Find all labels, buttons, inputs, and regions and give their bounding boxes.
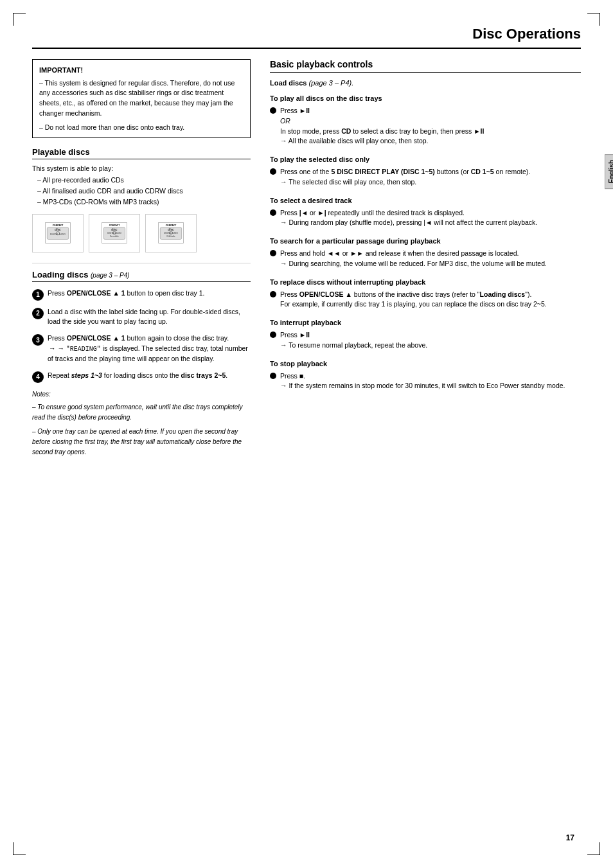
english-tab: English bbox=[605, 154, 613, 189]
section-play-selected: To play the selected disc only Press one… bbox=[270, 155, 581, 188]
section-play-all-title: To play all discs on the disc trays bbox=[270, 94, 581, 102]
bullet-circle bbox=[270, 209, 276, 216]
step-4: 4 Repeat steps 1~3 for loading discs ont… bbox=[32, 371, 251, 383]
step-num-1: 1 bbox=[32, 289, 44, 301]
stop-arrow: → If the system remains in stop mode for… bbox=[280, 382, 565, 389]
important-box: IMPORTANT! – This system is designed for… bbox=[32, 59, 251, 138]
two-col-layout: IMPORTANT! – This system is designed for… bbox=[32, 59, 581, 457]
disc-svg-2: COMPACT disc DIGITAL AUDIO Recordable bbox=[102, 222, 127, 244]
search-passage-arrow: → During searching, the volume will be r… bbox=[280, 260, 547, 267]
page-number: 17 bbox=[566, 833, 574, 842]
disc-image-2: COMPACT disc DIGITAL AUDIO Recordable bbox=[89, 214, 140, 252]
playable-discs-title: Playable discs bbox=[32, 147, 251, 159]
note-1: – To ensure good system performance, wai… bbox=[32, 402, 251, 423]
bullet-play-all: Press ►II OR In stop mode, press CD to s… bbox=[270, 106, 581, 146]
important-line-1: – This system is designed for regular di… bbox=[39, 78, 244, 119]
loading-discs-section: Loading discs (page 3 – P4) 1 Press OPEN… bbox=[32, 270, 251, 457]
playable-item: MP3-CDs (CD-ROMs with MP3 tracks) bbox=[37, 197, 251, 208]
bullet-circle bbox=[270, 332, 276, 338]
section-select-track: To select a desired track Press |◄ or ►|… bbox=[270, 197, 581, 229]
section-replace-discs: To replace discs without interrupting pl… bbox=[270, 278, 581, 310]
important-line-2: – Do not load more than one disc onto ea… bbox=[39, 123, 244, 133]
section-stop: To stop playback Press ■. → If the syste… bbox=[270, 360, 581, 392]
svg-text:disc: disc bbox=[168, 228, 174, 231]
svg-text:COMPACT: COMPACT bbox=[109, 225, 120, 227]
svg-text:disc: disc bbox=[111, 228, 118, 231]
basic-playback-title: Basic playback controls bbox=[270, 59, 581, 73]
corner-tr bbox=[587, 13, 600, 26]
svg-text:disc: disc bbox=[55, 228, 61, 231]
notes-box: Notes: – To ensure good system performan… bbox=[32, 389, 251, 457]
notes-title: Notes: bbox=[32, 389, 251, 400]
playable-discs-section: Playable discs This system is able to pl… bbox=[32, 147, 251, 252]
svg-text:DIGITAL AUDIO: DIGITAL AUDIO bbox=[50, 233, 66, 236]
corner-bl bbox=[13, 842, 26, 855]
interrupt-arrow: → To resume normal playback, repeat the … bbox=[280, 341, 427, 349]
play-all-arrow: → All the available discs will play once… bbox=[280, 137, 429, 145]
bullet-play-selected-content: Press one of the 5 DISC DIRECT PLAY (DIS… bbox=[280, 167, 581, 188]
svg-text:COMPACT: COMPACT bbox=[53, 225, 64, 227]
select-track-arrow: → During random play (shuffle mode), pre… bbox=[280, 218, 537, 226]
load-discs-ref: Load discs (page 3 – P4). bbox=[270, 79, 581, 87]
disc-images-row: COMPACT disc DIGITAL AUDIO bbox=[32, 214, 251, 252]
divider-1 bbox=[32, 263, 251, 263]
section-stop-title: To stop playback bbox=[270, 360, 581, 368]
step3-arrow: → "READING" is displayed. The selected d… bbox=[48, 344, 248, 362]
step-content-1: Press OPEN/CLOSE ▲ 1 button to open disc… bbox=[48, 288, 251, 299]
play-selected-arrow: → The selected disc will play once, then… bbox=[280, 178, 416, 186]
step-2: 2 Load a disc with the label side facing… bbox=[32, 307, 251, 328]
svg-text:COMPACT: COMPACT bbox=[166, 225, 177, 227]
section-play-selected-title: To play the selected disc only bbox=[270, 155, 581, 163]
section-select-track-title: To select a desired track bbox=[270, 197, 581, 204]
step-content-3: Press OPEN/CLOSE ▲ 1 button again to clo… bbox=[48, 333, 251, 364]
step-content-2: Load a disc with the label side facing u… bbox=[48, 307, 251, 328]
bullet-play-selected: Press one of the 5 DISC DIRECT PLAY (DIS… bbox=[270, 167, 581, 188]
bullet-circle bbox=[270, 107, 276, 114]
disc-image-1: COMPACT disc DIGITAL AUDIO bbox=[32, 214, 84, 252]
page-container: English Disc Operations IMPORTANT! – Thi… bbox=[0, 0, 613, 868]
corner-br bbox=[587, 842, 600, 855]
bullet-replace-discs-content: Press OPEN/CLOSE ▲ buttons of the inacti… bbox=[280, 290, 581, 310]
bullet-replace-discs: Press OPEN/CLOSE ▲ buttons of the inacti… bbox=[270, 290, 581, 310]
loading-discs-page-ref: (page 3 – P4) bbox=[91, 272, 130, 279]
important-title: IMPORTANT! bbox=[39, 65, 244, 76]
step-num-4: 4 bbox=[32, 371, 44, 383]
step-num-3: 3 bbox=[32, 334, 44, 346]
bullet-stop: Press ■. → If the system remains in stop… bbox=[270, 371, 581, 392]
loading-discs-title: Loading discs (page 3 – P4) bbox=[32, 270, 251, 282]
svg-text:ReWritable: ReWritable bbox=[166, 235, 175, 238]
disc-image-3: COMPACT disc DIGITAL AUDIO ReWritable bbox=[145, 214, 197, 252]
section-interrupt-title: To interrupt playback bbox=[270, 319, 581, 326]
bullet-circle bbox=[270, 373, 276, 379]
section-interrupt: To interrupt playback Press ►II → To res… bbox=[270, 319, 581, 351]
bullet-circle bbox=[270, 168, 276, 175]
section-search-passage-title: To search for a particular passage durin… bbox=[270, 237, 581, 245]
bullet-play-all-content: Press ►II OR In stop mode, press CD to s… bbox=[280, 106, 581, 146]
left-column: IMPORTANT! – This system is designed for… bbox=[32, 59, 251, 457]
bullet-circle bbox=[270, 291, 276, 297]
bullet-select-track-content: Press |◄ or ►| repeatedly until the desi… bbox=[280, 208, 581, 229]
section-search-passage: To search for a particular passage durin… bbox=[270, 237, 581, 269]
page-title: Disc Operations bbox=[472, 26, 581, 42]
disc-svg-3: COMPACT disc DIGITAL AUDIO ReWritable bbox=[158, 222, 184, 244]
right-column: Basic playback controls Load discs (page… bbox=[270, 59, 581, 457]
playable-intro: This system is able to play: bbox=[32, 164, 251, 172]
bullet-stop-content: Press ■. → If the system remains in stop… bbox=[280, 371, 581, 392]
bullet-interrupt-content: Press ►II → To resume normal playback, r… bbox=[280, 330, 581, 351]
note-2: – Only one tray can be opened at each ti… bbox=[32, 427, 251, 457]
playable-list: All pre-recorded audio CDs All finalised… bbox=[32, 175, 251, 207]
step-3: 3 Press OPEN/CLOSE ▲ 1 button again to c… bbox=[32, 333, 251, 364]
bullet-search-passage: Press and hold ◄◄ or ►► and release it w… bbox=[270, 249, 581, 269]
disc-svg-1: COMPACT disc DIGITAL AUDIO bbox=[45, 222, 71, 244]
bullet-search-passage-content: Press and hold ◄◄ or ►► and release it w… bbox=[280, 249, 581, 269]
step-1: 1 Press OPEN/CLOSE ▲ 1 button to open di… bbox=[32, 288, 251, 301]
section-play-all: To play all discs on the disc trays Pres… bbox=[270, 94, 581, 146]
bullet-interrupt: Press ►II → To resume normal playback, r… bbox=[270, 330, 581, 351]
section-replace-discs-title: To replace discs without interrupting pl… bbox=[270, 278, 581, 286]
step-content-4: Repeat steps 1~3 for loading discs onto … bbox=[48, 371, 251, 381]
corner-tl bbox=[13, 13, 26, 26]
playable-item: All pre-recorded audio CDs bbox=[37, 175, 251, 186]
loading-discs-label: Loading discs bbox=[32, 270, 91, 279]
bullet-circle bbox=[270, 250, 276, 256]
bullet-select-track: Press |◄ or ►| repeatedly until the desi… bbox=[270, 208, 581, 229]
